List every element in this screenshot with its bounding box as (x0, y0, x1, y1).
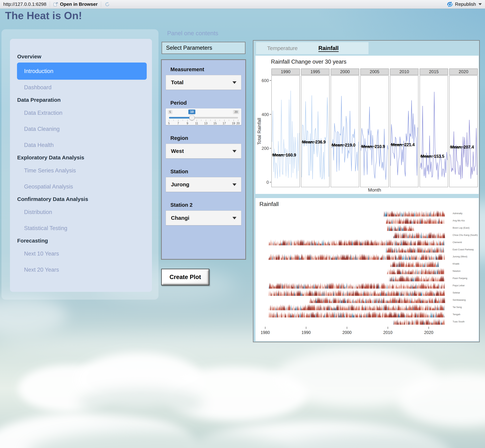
sidebar-item-statistical-testing[interactable]: Statistical Testing (24, 225, 145, 232)
x-tick-label: 1980 (261, 330, 270, 335)
station-label: Ang Mo Kio (453, 219, 465, 222)
slider-track[interactable] (169, 117, 238, 119)
mean-annotation: Mean: 153.5 (421, 154, 444, 159)
sidebar-item-dashboard[interactable]: Dashboard (24, 84, 145, 91)
field-label-station-2: Station 2 (170, 202, 245, 208)
sidebar-heading-exploratory-data-analysis: Exploratory Data Analysis (17, 154, 145, 161)
facet-chart-title: Rainfall Change over 30 years (271, 59, 346, 65)
facet-2010: 2010Mean: 221.4 (390, 69, 418, 187)
sidebar-item-data-cleaning[interactable]: Data Cleaning (24, 126, 145, 132)
facet-1990: 1990Mean: 160.9 (271, 69, 300, 187)
slider-value-label: 10 (188, 110, 195, 114)
mean-annotation: Mean: 219.0 (332, 143, 355, 147)
y-tick-label: 0 (266, 180, 269, 185)
station-strip-chart: RainfallAdmiraltyAng Mo KioBoon Lay (Eas… (255, 198, 479, 341)
station-label: Sembawang (453, 299, 466, 301)
republish-button[interactable]: Republish (455, 1, 476, 7)
y-axis-label: Total Rainfall (256, 118, 262, 145)
station-row-sembawang: Sembawang (309, 297, 466, 303)
field-label-measurement: Measurement (170, 66, 245, 72)
slider-max-label: 20 (233, 110, 239, 114)
select-region[interactable]: West (166, 144, 241, 159)
cloud-shadow-decoration (78, 389, 205, 417)
station-row-admiralty: Admiralty (384, 210, 462, 216)
mean-annotation: Mean: 236.9 (302, 139, 326, 144)
station-label: Khatib (453, 262, 459, 265)
app-root: http://127.0.0.1:6298 Open in Browser Re… (0, 0, 485, 448)
sidebar-item-next-10-years[interactable]: Next 10 Years (24, 250, 145, 257)
create-plot-button[interactable]: Create Plot (161, 269, 209, 285)
station-row-clementi: Clementi (268, 239, 462, 245)
sidebar-item-data-extraction[interactable]: Data Extraction (24, 110, 145, 116)
facet-2015: 2015Mean: 153.5 (420, 69, 448, 187)
select-station-value: Jurong (171, 181, 189, 188)
field-label-station: Station (170, 169, 245, 175)
address-url[interactable]: http://127.0.0.1:6298 (3, 1, 47, 7)
select-station-2-value: Changi (171, 215, 189, 221)
facet-strip-label: 2005 (370, 69, 379, 74)
select-parameters-label: Select Parameters (166, 45, 212, 51)
station-row-paya-lebar: Paya Lebar (268, 282, 465, 289)
facet-2000: 2000Mean: 219.0 (331, 69, 359, 187)
republish-dropdown-caret[interactable] (478, 3, 482, 5)
mean-annotation: Mean: 210.9 (362, 144, 385, 149)
station-label: Pasir Panjang (453, 277, 467, 280)
station-row-newton: Newton (387, 268, 461, 274)
strip-chart-title: Rainfall (259, 201, 279, 207)
facet-line-chart: Rainfall Change over 30 yearsTotal Rainf… (255, 56, 479, 194)
tab-bar: TemperatureRainfall (256, 42, 369, 54)
station-label: Admiralty (453, 212, 463, 215)
select-region-value: West (171, 148, 184, 154)
select-station-2[interactable]: Changi (166, 210, 241, 225)
chevron-down-icon (232, 217, 237, 219)
mean-annotation: Mean: 160.9 (272, 152, 296, 157)
station-row-tengah: Tengah (268, 311, 460, 318)
facet-strip-label: 1995 (310, 69, 320, 74)
station-row-khatib: Khatib (390, 261, 459, 267)
sidebar-nav: OverviewIntroductionDashboardData Prepar… (10, 39, 152, 292)
facet-strip-label: 1990 (281, 69, 290, 74)
facet-strip-label: 2015 (429, 69, 439, 74)
station-label: Clementi (453, 241, 462, 244)
station-label: Tengah (453, 313, 460, 316)
select-parameters-header: Select Parameters (162, 42, 246, 54)
chevron-down-icon (232, 81, 237, 84)
station-label: Boon Lay (East) (453, 226, 469, 229)
open-in-browser-button[interactable]: Open in Browser (60, 1, 98, 7)
station-row-pasir-panjang: Pasir Panjang (389, 275, 467, 281)
station-label: Newton (453, 270, 460, 272)
select-measurement[interactable]: Total (166, 75, 241, 90)
station-label: Jurong (West) (453, 255, 467, 258)
sidebar-item-next-20-years[interactable]: Next 20 Years (24, 267, 145, 273)
panel-one-caption: Panel one contents (167, 30, 218, 37)
station-label: Tai Seng (453, 306, 462, 309)
facet-2020: 2020Mean: 207.4 (449, 69, 477, 187)
period-slider[interactable]: 52010579111315171920 (166, 108, 241, 125)
sidebar-heading-overview: Overview (17, 54, 145, 60)
reload-icon[interactable] (104, 1, 110, 7)
select-measurement-value: Total (171, 79, 183, 86)
sidebar-item-data-health[interactable]: Data Health (24, 142, 145, 148)
x-tick-label: 2020 (424, 330, 433, 335)
facet-1995: 1995Mean: 236.9 (301, 69, 329, 187)
sidebar-item-geospatial-analysis[interactable]: Geospatial Analysis (24, 184, 145, 190)
sidebar-item-time-series-analysis[interactable]: Time Series Analysis (24, 167, 145, 174)
republish-icon (447, 1, 453, 8)
tab-rainfall[interactable]: Rainfall (309, 42, 348, 54)
select-station[interactable]: Jurong (166, 177, 241, 192)
sidebar-item-distribution[interactable]: Distribution (24, 209, 145, 216)
y-tick-label: 600 (262, 78, 269, 83)
facet-strip-label: 2020 (459, 69, 468, 74)
results-panel: TemperatureRainfall Rainfall Change over… (253, 40, 480, 342)
slider-min-label: 5 (168, 110, 173, 114)
sidebar-heading-forecasting: Forecasting (17, 238, 145, 244)
sidebar-item-introduction[interactable]: Introduction (17, 63, 147, 80)
station-row-boon-lay-east: Boon Lay (East) (387, 225, 470, 231)
mean-annotation: Mean: 207.4 (450, 144, 474, 149)
sidebar-heading-data-preparation: Data Preparation (17, 97, 145, 103)
station-label: Paya Lebar (453, 284, 465, 287)
browser-toolbar: http://127.0.0.1:6298 Open in Browser Re… (0, 0, 485, 9)
facet-2005: 2005Mean: 210.9 (361, 69, 389, 187)
tab-temperature[interactable]: Temperature (256, 42, 309, 54)
x-tick-label: 2000 (342, 330, 352, 335)
